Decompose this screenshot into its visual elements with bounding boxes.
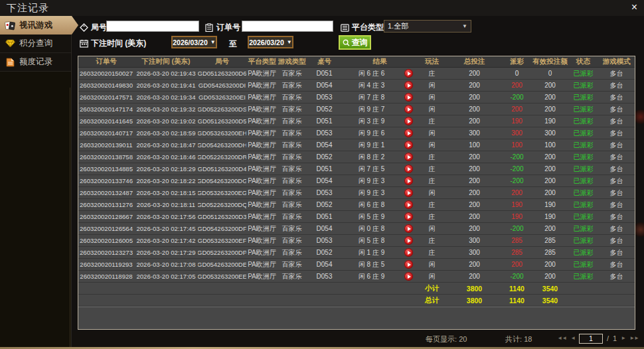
table-row[interactable]: 2603200201471742026-03-20 02:19:32GD0522…	[78, 104, 635, 115]
play-video-icon[interactable]	[404, 212, 413, 221]
total-bet: 200	[447, 223, 502, 234]
prev-page-icon[interactable]: ◄	[570, 333, 575, 344]
round-id: GD054263200DE	[198, 259, 246, 270]
sidebar-item-quota-records[interactable]: 额度记录	[0, 53, 71, 72]
play-video-icon[interactable]	[404, 200, 413, 209]
round-number-label: 局号	[91, 22, 107, 33]
order-id: 260320020140717	[78, 127, 134, 139]
game-mode: 多台	[598, 92, 635, 103]
round-number-input[interactable]	[106, 21, 199, 32]
bet-time: 2026-03-20 02:19:02	[134, 115, 198, 127]
play-video-icon[interactable]	[404, 272, 413, 281]
table-row[interactable]: 2603200201265642026-03-20 02:17:45GD0542…	[78, 223, 635, 235]
result-score: 闲 4 庄 3	[347, 81, 396, 90]
close-icon[interactable]: ×	[631, 1, 637, 13]
game-mode: 多台	[598, 223, 635, 234]
bet-type: 庄	[417, 199, 447, 210]
tag-icon	[79, 23, 88, 33]
platform-type: PA欧洲厅	[246, 199, 278, 210]
game-mode: 多台	[598, 199, 635, 210]
payout: 0	[502, 68, 532, 79]
table-row[interactable]: 2603200201475712026-03-20 02:19:34GD0532…	[78, 92, 635, 104]
play-video-icon[interactable]	[404, 165, 413, 173]
play-video-icon[interactable]	[404, 176, 413, 185]
valid-bet: 100	[532, 139, 568, 151]
game-type: 百家乐	[278, 175, 306, 186]
play-video-icon[interactable]	[404, 224, 413, 233]
payout: 300	[502, 127, 532, 139]
order-number-input[interactable]	[242, 21, 333, 32]
next-page-icon[interactable]: ►	[621, 333, 625, 344]
pagination-bar: 每页显示: 20 共计: 18 ◄◄ ◄ / 1 ► ►►	[72, 331, 644, 347]
table-row[interactable]: 2603200201348852026-03-20 02:18:29GD0512…	[78, 163, 635, 175]
game-type: 百家乐	[278, 163, 306, 174]
game-result: 闲 5 庄 8	[343, 235, 417, 246]
total-bet: 300	[447, 127, 502, 139]
platform-type: PA欧洲厅	[246, 259, 278, 270]
table-row[interactable]: 2603200201337462026-03-20 02:18:22GD0542…	[78, 175, 635, 187]
table-number: D051	[306, 68, 343, 79]
date-to-picker[interactable]: 2026/03/20 ▼	[248, 36, 293, 48]
order-id: 260320020134885	[78, 163, 134, 174]
total-bet: 200	[447, 199, 502, 210]
table-row[interactable]: 2603200201189282026-03-20 02:17:05GD0532…	[78, 271, 635, 283]
game-mode: 多台	[598, 104, 635, 115]
table-row[interactable]: 2603200201498302026-03-20 02:19:41GD0542…	[78, 80, 635, 92]
table-row[interactable]: 2603200201416452026-03-20 02:19:02GD0512…	[78, 115, 635, 127]
play-video-icon[interactable]	[404, 141, 413, 149]
chevron-down-icon: ▼	[287, 39, 292, 45]
total-bet: 200	[447, 151, 502, 163]
page-number-input[interactable]	[579, 334, 603, 344]
platform-type: PA欧洲厅	[246, 139, 278, 151]
status: 已派彩	[568, 175, 598, 186]
payout: 190	[502, 211, 532, 222]
total-bet: 200	[447, 175, 502, 186]
table-row[interactable]: 2603200201232732026-03-20 02:17:29GD0522…	[78, 247, 635, 259]
play-video-icon[interactable]	[404, 93, 413, 102]
sidebar-item-video-games[interactable]: 视讯游戏	[0, 16, 78, 35]
play-video-icon[interactable]	[404, 81, 413, 90]
bet-time: 2026-03-20 02:19:34	[134, 92, 198, 103]
sidebar-item-points-query[interactable]: 积分查询	[0, 35, 71, 53]
table-row[interactable]: 2603200201407172026-03-20 02:18:59GD0532…	[78, 127, 635, 139]
payout: 190	[502, 199, 532, 210]
game-mode: 多台	[598, 247, 635, 258]
table-row[interactable]: 2603200201312762026-03-20 02:18:11GD0522…	[78, 199, 635, 211]
round-id: GD052263200DP	[198, 247, 246, 258]
play-video-icon[interactable]	[404, 153, 413, 161]
first-page-icon[interactable]: ◄◄	[557, 333, 566, 344]
last-page-icon[interactable]: ►►	[629, 333, 639, 344]
play-video-icon[interactable]	[404, 188, 413, 197]
table-row[interactable]: 2603200201500272026-03-20 02:19:43GD0512…	[78, 68, 635, 80]
game-mode: 多台	[598, 187, 635, 198]
payout: -200	[502, 175, 532, 186]
subtotal-valid: 3540	[532, 283, 568, 294]
status: 已派彩	[568, 80, 598, 91]
play-video-icon[interactable]	[404, 248, 413, 257]
table-row[interactable]: 2603200201324872026-03-20 02:18:15GD0532…	[78, 187, 635, 199]
bet-time: 2026-03-20 02:17:05	[134, 271, 198, 282]
table-row[interactable]: 2603200201192932026-03-20 02:17:08GD0542…	[78, 259, 635, 271]
table-row[interactable]: 2603200201390112026-03-20 02:18:47GD0542…	[78, 139, 635, 151]
status: 已派彩	[568, 235, 598, 246]
play-video-icon[interactable]	[404, 129, 413, 137]
game-type: 百家乐	[278, 259, 306, 270]
table-row[interactable]: 2603200201260052026-03-20 02:17:42GD0532…	[78, 235, 635, 247]
play-video-icon[interactable]	[404, 236, 413, 245]
platform-select[interactable]: 1.全部 ▼	[384, 20, 471, 33]
result-score: 闲 9 庄 6	[347, 129, 396, 138]
date-from-picker[interactable]: 2026/03/20 ▼	[171, 36, 217, 48]
play-video-icon[interactable]	[404, 105, 413, 113]
table-row[interactable]: 2603200201387582026-03-20 02:18:46GD0522…	[78, 151, 635, 163]
total-spacer	[568, 295, 598, 306]
play-video-icon[interactable]	[404, 260, 413, 269]
column-header: 总投注	[447, 56, 502, 67]
platform-type: PA欧洲厅	[246, 104, 278, 115]
search-button[interactable]: 查询	[339, 35, 371, 50]
table-row[interactable]: 2603200201286672026-03-20 02:17:56GD0512…	[78, 211, 635, 223]
game-result: 闲 9 庄 7	[343, 104, 417, 115]
play-video-icon[interactable]	[404, 69, 413, 78]
play-video-icon[interactable]	[404, 117, 413, 125]
gem-icon	[5, 38, 15, 48]
betting-records-window: 下注记录 × 视讯游戏 积分查询	[0, 0, 644, 349]
